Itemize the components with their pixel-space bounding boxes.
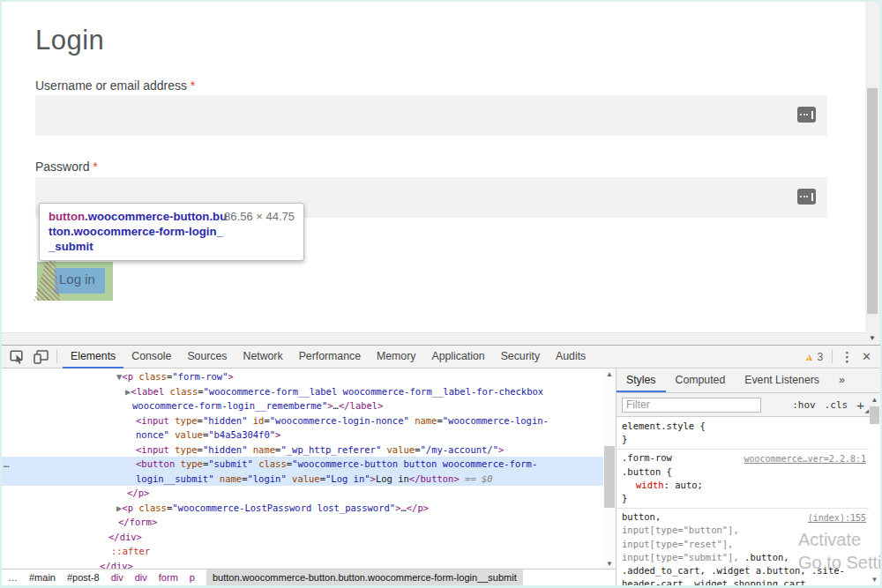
devtools-tab-performance[interactable]: Performance [291,346,369,368]
devtools-panels: ▼<p class="form-row">▶<label class="wooc… [2,369,880,585]
styles-tab-styles[interactable]: Styles [617,369,666,392]
devtools-tab-memory[interactable]: Memory [369,346,423,368]
device-toolbar-icon[interactable] [34,350,49,364]
username-label: Username or email address * [35,78,195,93]
console-warnings-badge[interactable]: ▲! 3 [804,351,824,363]
devtools-menu-icon[interactable]: ⋮ [841,351,854,363]
devtools-close-icon[interactable]: ✕ [862,350,871,363]
dom-tree-node[interactable]: </div> [2,530,603,545]
login-page: Login Username or email address * Passwo… [2,2,865,332]
required-marker: * [191,78,195,93]
dom-tree-node[interactable]: ▶<p class="woocommerce-LostPassword lost… [2,501,603,516]
breadcrumb-item[interactable]: … [8,572,18,583]
styles-filter-input[interactable] [622,398,761,413]
scroll-down-arrow-icon[interactable]: ▼ [869,576,880,584]
devtools-tab-audits[interactable]: Audits [548,346,594,368]
required-marker: * [93,160,97,174]
elements-scrollbar-thumb[interactable] [604,446,615,508]
devtools: ElementsConsoleSourcesNetworkPerformance… [2,345,880,585]
dom-tree-node[interactable]: </p> [2,486,603,501]
styles-toolbar-buttons: :hov .cls +◢ [792,398,880,413]
rule-selector-line[interactable]: element.style { [622,420,869,433]
inspect-element-icon[interactable] [10,350,26,364]
scroll-down-arrow-icon[interactable]: ▼ [865,332,879,345]
input-options-icon[interactable] [797,107,816,123]
pseudo-state-button[interactable]: :hov [792,399,816,411]
stylesheet-link[interactable]: (index):155 [808,511,866,525]
styles-tab-bar: StylesComputedEvent Listeners» [617,369,880,393]
devtools-tab-elements[interactable]: Elements [63,346,123,368]
styles-panel: StylesComputedEvent Listeners» :hov .cls… [616,369,880,585]
dom-tree-node[interactable]: ▼<p class="form-row"> [2,369,603,384]
devtools-tab-application[interactable]: Application [423,346,492,368]
styles-tab-event-listeners[interactable]: Event Listeners [735,369,829,392]
element-class-button[interactable]: .cls [825,399,848,411]
devtools-tab-network[interactable]: Network [235,346,291,368]
input-options-icon[interactable] [797,189,816,205]
rule-close-brace: } [622,433,869,446]
dom-tree-node[interactable]: woocommerce-form-login__rememberme">…</l… [2,398,603,413]
tooltip-dimensions: 86.56 × 44.75 [224,210,295,223]
page-horizontal-scrollbar[interactable] [2,332,865,345]
breadcrumb-item[interactable]: button.woocommerce-button.button.woocomm… [206,569,523,586]
elements-panel: ▼<p class="form-row">▶<label class="wooc… [2,369,616,585]
page-title: Login [35,25,104,56]
breadcrumb: …#main#post-8divdivformpbutton.woocommer… [2,569,616,585]
dom-tree-node[interactable]: <input type="hidden" id="woocommerce-log… [2,413,603,428]
password-label: Password * [35,160,98,174]
overflow-dots: … [4,457,8,472]
devtools-tab-console[interactable]: Console [123,346,179,368]
devtools-tab-bar: ElementsConsoleSourcesNetworkPerformance… [63,346,594,368]
elements-scrollbar[interactable]: ▲ ▼ [603,369,616,569]
breadcrumb-item[interactable]: div [135,572,147,583]
devtools-tab-sources[interactable]: Sources [179,346,235,368]
dom-tree-node-selected[interactable]: login__submit" name="login" value="Log i… [2,472,616,487]
warning-count: 3 [817,351,823,363]
stylesheet-link[interactable]: woocommerce…ver=2.2.8:1 [744,452,866,465]
breadcrumb-item[interactable]: form [159,572,178,583]
dom-tree-node[interactable]: ▶<label class="woocommerce-form__label w… [2,384,603,399]
login-button-label: Log in [59,272,95,287]
new-style-rule-button[interactable]: +◢ [856,398,864,413]
dom-tree-node[interactable]: nonce" value="b4a5a304f0"> [2,428,603,443]
styles-filter-bar: :hov .cls +◢ [617,393,880,417]
breadcrumb-item[interactable]: #main [29,572,56,583]
windows-activation-watermark: Activate Go to Setti [798,528,880,574]
styles-tab-computed[interactable]: Computed [666,369,736,392]
devtools-toolbar: ElementsConsoleSourcesNetworkPerformance… [2,346,880,368]
styles-scrollbar-thumb[interactable] [870,406,879,424]
breadcrumb-item[interactable]: p [190,572,195,583]
style-rule: element.style {} [617,418,869,450]
dom-tree-node[interactable]: ::after [2,544,603,559]
username-input[interactable] [35,95,827,136]
dom-tree-node[interactable]: <input type="hidden" name="_wp_http_refe… [2,443,603,458]
breadcrumb-item[interactable]: #post-8 [67,572,100,583]
rule-close-brace: } [622,492,869,505]
toolbar-separator [832,350,833,363]
styles-tab--[interactable]: » [829,369,855,392]
tooltip-selector: button.woocommerce-button.button.woocomm… [49,209,228,254]
page-scrollbar-thumb[interactable] [867,88,878,314]
devtools-tab-security[interactable]: Security [493,346,548,368]
rule-selector-line[interactable]: .button { [622,465,869,479]
rule-selector-line[interactable]: header-cart .widget_shopping_cart [622,577,869,585]
warning-icon: ▲! [804,352,815,362]
scroll-down-arrow-icon[interactable]: ▼ [603,560,616,568]
css-property[interactable]: width: auto; [622,479,869,492]
breadcrumb-item[interactable]: div [111,572,123,583]
dom-tree-node-selected[interactable]: …<button type="submit" class="woocommerc… [2,457,616,472]
style-rule: woocommerce…ver=2.2.8:1.form-row.button … [617,450,869,509]
scroll-up-arrow-icon[interactable]: ▲ [603,370,616,378]
dom-tree-node[interactable]: </form> [2,515,603,530]
inspect-tooltip: button.woocommerce-button.button.woocomm… [39,203,304,261]
scroll-up-arrow-icon[interactable]: ▲ [869,396,880,404]
dom-tree: ▼<p class="form-row">▶<label class="wooc… [2,369,603,573]
toolbar-separator [56,350,57,363]
toolbar-right-controls: ▲! 3 ⋮ ✕ [804,350,880,363]
